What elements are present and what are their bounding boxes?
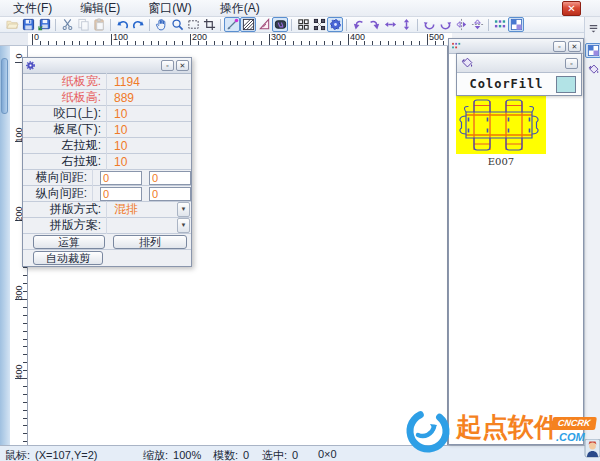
- gear-icon[interactable]: [327, 17, 343, 32]
- toolbar-separator: [220, 19, 221, 31]
- field-label: 纸板宽:: [23, 73, 107, 90]
- dialog-close-button[interactable]: ✕: [176, 60, 189, 71]
- field-value[interactable]: 1194: [107, 75, 191, 89]
- copy-icon[interactable]: [75, 17, 91, 32]
- ruler-tick: [72, 41, 73, 45]
- flip-horizontal-icon[interactable]: [382, 17, 398, 32]
- paste-icon[interactable]: [91, 17, 107, 32]
- diecut-icon[interactable]: [272, 17, 288, 32]
- ruler-tick: [166, 41, 167, 45]
- menu-operate[interactable]: 操作(A): [217, 0, 263, 18]
- ruler-tick: [48, 41, 49, 45]
- rotate-right-icon[interactable]: [366, 17, 382, 32]
- auto-trim-button[interactable]: 自动裁剪: [33, 251, 103, 265]
- field-label: 咬口(上):: [23, 105, 107, 122]
- spin-ccw-icon[interactable]: [421, 17, 437, 32]
- toolbar-separator: [55, 19, 56, 31]
- colorfill-toolbar: ▫ ColorFill: [456, 53, 582, 96]
- set-square-icon[interactable]: [256, 17, 272, 32]
- ruler-tick: [427, 34, 428, 45]
- toolbar-separator: [110, 19, 111, 31]
- redo-icon[interactable]: [130, 17, 146, 32]
- colorfill-swatch[interactable]: [556, 76, 576, 93]
- flag-icon[interactable]: [508, 17, 524, 32]
- vertical-gap-input-2[interactable]: [149, 187, 191, 201]
- cut-icon[interactable]: [59, 17, 75, 32]
- status-bar: 鼠标:(X=107,Y=2) 缩放:100% 模数:0 选中:0 0×0: [0, 445, 600, 461]
- colorfill-minimize-button[interactable]: ▫: [565, 58, 578, 69]
- flip-vertical-icon[interactable]: [398, 17, 414, 32]
- left-scroll-thumb[interactable]: [1, 58, 8, 114]
- ruler-tick: [23, 267, 27, 268]
- save-export-icon[interactable]: [36, 17, 52, 32]
- field-row-layout-scheme: 拼版方案: ▼: [23, 218, 191, 234]
- layout-scheme-dropdown-button[interactable]: ▼: [177, 218, 190, 233]
- scatter-grid-icon[interactable]: [311, 17, 327, 32]
- ruler-tick: [230, 41, 231, 45]
- ruler-tick: [64, 41, 65, 45]
- compute-button[interactable]: 运算: [33, 235, 105, 249]
- hatch-fill-icon[interactable]: [240, 17, 256, 32]
- ruler-tick: [23, 394, 27, 395]
- crop-icon[interactable]: [201, 17, 217, 32]
- panel-dots-icon: [451, 42, 464, 51]
- status-zoom: 缩放:100%: [143, 448, 201, 461]
- zoom-icon[interactable]: [169, 17, 185, 32]
- panel-minimize-button[interactable]: ▫: [553, 41, 566, 52]
- distribute-icon[interactable]: [492, 17, 508, 32]
- dialog-minimize-button[interactable]: ▫: [161, 60, 174, 71]
- ruler-tick: [32, 34, 33, 45]
- tile-grid-icon[interactable]: [295, 17, 311, 32]
- field-row-left-guide: 左拉规: 10: [23, 138, 191, 154]
- menu-file[interactable]: 文件(F): [10, 0, 55, 18]
- ruler-tick: [143, 41, 144, 45]
- rail-paint-bucket-icon[interactable]: [585, 62, 600, 77]
- field-value[interactable]: 889: [107, 91, 191, 105]
- pan-hand-icon[interactable]: [153, 17, 169, 32]
- mirror-horizontal-icon[interactable]: [453, 17, 469, 32]
- open-folder-icon[interactable]: [4, 17, 20, 32]
- rail-flag-icon[interactable]: [585, 43, 600, 58]
- panel-close-button[interactable]: ✕: [568, 41, 581, 52]
- status-size: 0×0: [318, 448, 337, 460]
- marquee-icon[interactable]: [185, 17, 201, 32]
- layout-mode-dropdown-button[interactable]: ▼: [177, 202, 190, 217]
- ruler-label: 300: [271, 33, 286, 42]
- window-close-button[interactable]: ✕: [562, 1, 581, 16]
- rotate-left-icon[interactable]: [350, 17, 366, 32]
- field-value[interactable]: 10: [107, 123, 191, 137]
- ruler-tick: [23, 331, 27, 332]
- field-row-vertical-gap: 纵向间距:: [23, 186, 191, 202]
- rail-overflow-button[interactable]: [585, 20, 600, 35]
- dialog-titlebar[interactable]: ▫ ✕: [23, 58, 191, 74]
- ruler-tick: [340, 41, 341, 45]
- undo-icon[interactable]: [114, 17, 130, 32]
- panel-titlebar[interactable]: ▫ ✕: [449, 39, 583, 54]
- arrange-button[interactable]: 排列: [113, 235, 187, 249]
- right-tool-rail: [584, 17, 600, 445]
- field-value[interactable]: 10: [107, 107, 191, 121]
- field-value[interactable]: 10: [107, 155, 191, 169]
- toolbar-separator: [291, 19, 292, 31]
- ruler-label: 100: [113, 33, 128, 42]
- colorfill-titlebar[interactable]: ▫: [457, 54, 581, 73]
- spin-cw-icon[interactable]: [437, 17, 453, 32]
- menu-edit[interactable]: 编辑(E): [77, 0, 123, 18]
- mirror-vertical-icon[interactable]: [469, 17, 485, 32]
- field-value[interactable]: 10: [107, 139, 191, 153]
- ruler-tick: [23, 410, 27, 411]
- layout-mode-value[interactable]: 混排: [107, 201, 177, 218]
- ruler-tick: [301, 41, 302, 45]
- vertical-gap-input-1[interactable]: [100, 187, 142, 201]
- ruler-tick: [103, 41, 104, 45]
- horizontal-gap-input-2[interactable]: [149, 171, 191, 185]
- ruler-tick: [56, 41, 57, 45]
- horizontal-gap-input-1[interactable]: [100, 171, 142, 185]
- dimension-icon[interactable]: [224, 17, 240, 32]
- menu-window[interactable]: 窗口(W): [145, 0, 194, 18]
- save-icon[interactable]: [20, 17, 36, 32]
- template-thumbnail[interactable]: [456, 94, 546, 154]
- ruler-tick: [158, 41, 159, 45]
- ruler-tick: [222, 41, 223, 45]
- field-row-horizontal-gap: 横向间距:: [23, 170, 191, 186]
